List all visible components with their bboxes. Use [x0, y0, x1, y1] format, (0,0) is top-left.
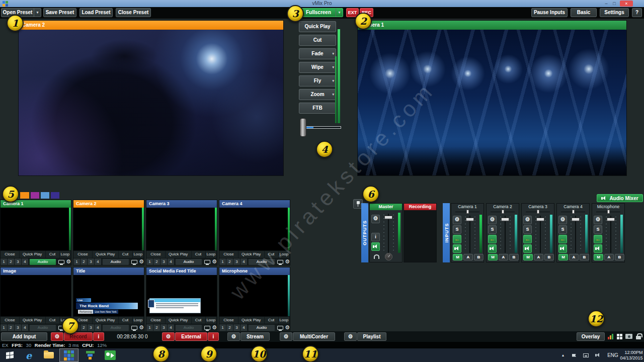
input-quickplay-button[interactable]: Quick Play — [20, 251, 46, 258]
overlay-2-button[interactable]: 2 — [80, 258, 88, 265]
input-loop-button[interactable]: Loop — [133, 251, 144, 258]
playlist-button[interactable]: Playlist — [357, 332, 386, 341]
help-button[interactable]: ? — [632, 8, 642, 17]
audio-meters-icon[interactable] — [608, 334, 613, 339]
overlay-3-button[interactable]: 3 — [160, 324, 168, 331]
input-cut-button[interactable]: Cut — [46, 251, 60, 258]
input-loop-button[interactable]: Loop — [60, 251, 71, 258]
close-button[interactable]: × — [620, 1, 633, 7]
wipe-button[interactable]: Wipe▾ — [299, 62, 336, 73]
overlay-4-button[interactable]: 4 — [95, 258, 102, 265]
multicorder-button[interactable]: MultiCorder — [293, 332, 335, 341]
bus-a-button[interactable]: A — [569, 254, 579, 260]
maximize-button[interactable]: □ — [611, 1, 618, 7]
master-fader-handle[interactable] — [384, 216, 392, 219]
record-info-button[interactable]: i — [93, 332, 104, 341]
solo-button[interactable]: S — [488, 225, 497, 234]
pan-slider[interactable] — [526, 210, 550, 214]
input-quickplay-button[interactable]: Quick Play — [238, 317, 265, 324]
input-image[interactable]: Image Close Quick Play Cut Loop 1 2 3 4 … — [0, 267, 71, 331]
load-preset-button[interactable]: Load Preset — [79, 8, 113, 17]
headphone-volume-knob[interactable] — [385, 253, 392, 260]
fly-button[interactable]: Fly▾ — [299, 75, 336, 86]
minimize-button[interactable]: – — [603, 1, 610, 7]
overlay-2-button[interactable]: 2 — [8, 258, 15, 265]
mute-button[interactable]: M — [488, 254, 498, 260]
input-audio-button[interactable]: Audio — [176, 325, 202, 331]
input-cut-button[interactable]: Cut — [192, 317, 206, 324]
volume-icon[interactable] — [594, 348, 602, 362]
fullscreen-output-icon[interactable] — [58, 260, 64, 264]
taskbar-ie[interactable]: e — [20, 348, 37, 362]
external-button[interactable]: External — [175, 332, 207, 341]
audio-follow-button[interactable]: ← — [488, 235, 497, 243]
input-close-button[interactable]: Close — [1, 251, 20, 258]
overlay-4-button[interactable]: 4 — [240, 324, 248, 331]
input-quickplay-button[interactable]: Quick Play — [20, 317, 46, 324]
channel-settings-button[interactable]: ⚙ — [453, 216, 461, 224]
settings-button[interactable]: Settings — [600, 8, 629, 17]
record-settings-button[interactable]: ⚙ — [51, 332, 63, 341]
input-cut-button[interactable]: Cut — [192, 251, 206, 258]
input-thumbnail[interactable] — [146, 275, 217, 316]
channel-settings-button[interactable]: ⚙ — [488, 216, 497, 224]
input-settings-icon[interactable]: ⚙ — [139, 259, 144, 264]
fade-button[interactable]: Fade▾ — [299, 48, 336, 59]
channel-speaker-button[interactable] — [558, 244, 567, 253]
input-settings-icon[interactable]: ⚙ — [212, 259, 217, 264]
input-close-button[interactable]: Close — [219, 251, 238, 258]
input-loop-button[interactable]: Loop — [133, 317, 144, 324]
ftb-button[interactable]: FTB — [299, 103, 336, 114]
stream-button[interactable]: Stream — [240, 332, 270, 341]
category-tab-blue[interactable] — [41, 192, 49, 199]
channel-speaker-button[interactable] — [523, 244, 532, 253]
input-thumbnail[interactable] — [1, 208, 71, 250]
network-icon[interactable] — [582, 348, 590, 362]
input-settings-icon[interactable]: ⚙ — [139, 325, 144, 330]
channel-speaker-button[interactable] — [594, 244, 602, 253]
volume-fader-handle[interactable] — [536, 218, 544, 221]
overlay-1-button[interactable]: 1 — [219, 324, 226, 331]
category-tab-purple[interactable] — [51, 192, 59, 199]
channel-settings-button[interactable]: ⚙ — [594, 216, 602, 224]
input-camera4[interactable]: Camera 4 Close Quick Play Cut Loop 1 2 3… — [219, 200, 290, 265]
overlay-1-button[interactable]: 1 — [146, 324, 153, 331]
overlay-3-button[interactable]: 3 — [15, 324, 22, 331]
channel-speaker-button[interactable] — [453, 244, 461, 253]
overlay-1-button[interactable]: 1 — [73, 258, 80, 265]
audio-follow-button[interactable]: ← — [558, 235, 567, 243]
input-loop-button[interactable]: Loop — [279, 317, 290, 324]
fullscreen-output-icon[interactable] — [277, 260, 283, 264]
input-quickplay-button[interactable]: Quick Play — [166, 251, 192, 258]
overlay-3-button[interactable]: 3 — [160, 258, 168, 265]
input-camera2[interactable]: Camera 2 Close Quick Play Cut Loop 1 2 3… — [73, 200, 144, 265]
fly-dropdown-icon[interactable]: ▾ — [332, 76, 334, 86]
input-loop-button[interactable]: Loop — [279, 251, 290, 258]
channel-settings-button[interactable]: ⚙ — [523, 216, 532, 224]
overlay-4-button[interactable]: 4 — [168, 258, 175, 265]
input-settings-icon[interactable]: ⚙ — [66, 259, 71, 264]
input-cut-button[interactable]: Cut — [46, 317, 60, 324]
overlay-1-button[interactable]: 1 — [1, 324, 8, 331]
input-thumbnail[interactable] — [73, 208, 144, 250]
pan-handle[interactable] — [537, 210, 539, 214]
input-microphone[interactable]: Microphone Close Quick Play Cut Loop 1 2… — [219, 267, 290, 331]
clock[interactable]: 12:00PM 04/13/2015 — [620, 348, 643, 362]
input-thumbnail[interactable]: Live The Rock Band Performing Live from … — [73, 275, 144, 316]
mute-button[interactable]: M — [523, 254, 533, 260]
input-thumbnail[interactable] — [219, 208, 290, 250]
pan-handle[interactable] — [502, 210, 504, 214]
input-quickplay-button[interactable]: Quick Play — [93, 317, 119, 324]
overlay-2-button[interactable]: 2 — [153, 324, 160, 331]
basic-button[interactable]: Basic — [571, 8, 597, 17]
overlay-3-button[interactable]: 3 — [15, 258, 22, 265]
overlay-2-button[interactable]: 2 — [8, 324, 15, 331]
input-loop-button[interactable]: Loop — [206, 317, 217, 324]
input-cut-button[interactable]: Cut — [119, 317, 133, 324]
audio-mixer-button[interactable]: Audio Mixer — [597, 194, 643, 202]
save-preset-button[interactable]: Save Preset — [43, 8, 76, 17]
mute-button[interactable]: M — [558, 254, 568, 260]
solo-button[interactable]: S — [594, 225, 602, 234]
bus-a-button[interactable]: A — [604, 254, 614, 260]
overlay-2-button[interactable]: 2 — [226, 258, 233, 265]
